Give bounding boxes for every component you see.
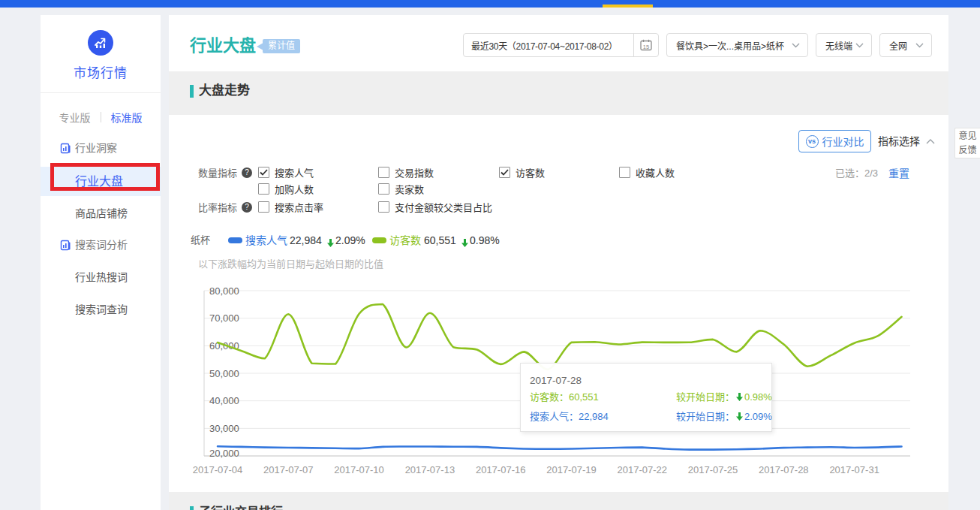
- checkbox-box[interactable]: [258, 167, 269, 178]
- svg-text:2017-07-07: 2017-07-07: [263, 464, 314, 475]
- sidebar-item-label: 商品店铺榜: [75, 199, 128, 228]
- checkbox-box[interactable]: [258, 201, 269, 213]
- checkbox-search-click-rate[interactable]: 搜索点击率: [258, 199, 323, 215]
- section-accent-bar: [190, 85, 194, 98]
- svg-text:20,000: 20,000: [209, 448, 239, 459]
- question-icon[interactable]: ?: [242, 202, 252, 213]
- legend-category: 纸杯: [191, 233, 210, 248]
- checkbox-favorite-count[interactable]: 收藏人数: [619, 164, 675, 180]
- calendar-icon[interactable]: 15: [634, 38, 658, 52]
- sidebar: 市场行情 专业版 标准版 行业洞察 行业大盘 商品店铺榜 搜索词分析 行业热: [41, 15, 161, 510]
- svg-text:2017-07-19: 2017-07-19: [546, 464, 597, 475]
- section-band-subindustry: 子行业交易排行: [169, 492, 948, 510]
- checkbox-payment-ratio[interactable]: 支付金额较父类目占比: [378, 199, 492, 215]
- sidebar-item-label: 搜索词分析: [75, 231, 128, 260]
- category-value: 餐饮具>一次...桌用品>纸杯: [676, 39, 784, 52]
- sidebar-item-industry-hot-search[interactable]: 行业热搜词: [41, 263, 161, 292]
- checkbox-seller-count[interactable]: 卖家数: [378, 181, 424, 197]
- sidebar-divider: [41, 92, 161, 93]
- legend-pill-search-popularity[interactable]: [228, 237, 242, 243]
- checkbox-box[interactable]: [378, 183, 389, 195]
- industry-compare-button[interactable]: vs 行业对比: [798, 130, 871, 152]
- checkbox-box[interactable]: [258, 183, 269, 195]
- version-switch: 专业版 标准版: [41, 110, 161, 125]
- svg-text:2017-07-22: 2017-07-22: [618, 464, 668, 475]
- svg-text:2017-07-31: 2017-07-31: [829, 464, 879, 475]
- trend-panel: vs 行业对比 指标选择 数量指标 ? 比率指标 ? 搜索人气 交易指数 访客数: [169, 115, 948, 492]
- tooltip-compare-label: 较开始日期：: [676, 391, 735, 403]
- legend-pill-visitor-count[interactable]: [372, 237, 386, 243]
- section-accent-bar: [190, 506, 194, 510]
- checkbox-box[interactable]: [619, 167, 630, 178]
- sidebar-item-product-shop-rank[interactable]: 商品店铺榜: [41, 199, 161, 228]
- legend-series-name[interactable]: 访客数: [389, 233, 421, 248]
- checkbox-label: 支付金额较父类目占比: [395, 200, 492, 214]
- svg-text:2017-07-16: 2017-07-16: [476, 464, 526, 475]
- chart-note: 以下涨跌幅均为当前日期与起始日期的比值: [198, 257, 383, 272]
- tooltip-change: 0.98%: [744, 391, 772, 403]
- sidebar-item-label: 行业热搜词: [75, 263, 128, 292]
- chart-tooltip: 2017-07-28 访客数：60,551 较开始日期：0.98% 搜索人气：2…: [520, 363, 772, 432]
- svg-text:2017-07-28: 2017-07-28: [759, 464, 809, 475]
- sidebar-item-label: 行业洞察: [75, 134, 117, 163]
- report-icon: [60, 143, 71, 154]
- down-arrow-icon: [736, 409, 743, 424]
- tooltip-label: 搜索人气：: [530, 411, 579, 422]
- feedback-line1: 意见: [958, 129, 976, 143]
- checkbox-box[interactable]: [378, 201, 389, 213]
- chart-logo-icon: [88, 30, 113, 56]
- category-selector[interactable]: 餐饮具>一次...桌用品>纸杯: [666, 33, 808, 57]
- legend-series-value: 60,551: [424, 233, 456, 248]
- svg-text:2017-07-25: 2017-07-25: [688, 464, 738, 475]
- version-pro-tab[interactable]: 专业版: [59, 110, 91, 125]
- chevron-down-icon: [915, 40, 924, 50]
- svg-text:40,000: 40,000: [209, 395, 239, 406]
- svg-text:2017-07-10: 2017-07-10: [334, 464, 384, 475]
- feedback-tab[interactable]: 意见 反馈: [954, 128, 980, 158]
- tooltip-change: 2.09%: [744, 411, 772, 422]
- metric-select-toggle[interactable]: 指标选择: [878, 134, 935, 149]
- market-quotes-page: 市场行情 专业版 标准版 行业洞察 行业大盘 商品店铺榜 搜索词分析 行业热: [0, 0, 980, 510]
- svg-text:2017-07-13: 2017-07-13: [405, 464, 455, 475]
- checkbox-label: 收藏人数: [636, 165, 675, 180]
- chevron-up-icon: [926, 139, 935, 144]
- down-arrow-icon: [327, 237, 334, 250]
- svg-text:80,000: 80,000: [209, 285, 239, 297]
- legend-series-change: 2.09%: [335, 233, 365, 248]
- date-range-picker[interactable]: 最近30天（2017-07-04~2017-08-02） 15: [463, 33, 659, 57]
- compare-button-label: 行业对比: [822, 134, 864, 149]
- checkbox-search-popularity[interactable]: 搜索人气: [258, 164, 314, 180]
- svg-text:30,000: 30,000: [209, 423, 239, 434]
- checkbox-visitor-count[interactable]: 访客数: [499, 164, 545, 180]
- sidebar-item-label: 搜索词查询: [75, 295, 128, 324]
- section-band-trend: 大盘走势: [169, 71, 948, 115]
- sidebar-item-search-word-analysis[interactable]: 搜索词分析: [41, 231, 161, 260]
- page-header: 行业大盘 累计值 最近30天（2017-07-04~2017-08-02） 15…: [169, 15, 948, 71]
- question-icon[interactable]: ?: [242, 167, 252, 178]
- vs-icon: vs: [806, 135, 819, 148]
- ratio-metric-row: 比率指标 ?: [198, 199, 252, 215]
- selection-status: 已选：2/3 重置: [835, 164, 909, 180]
- date-range-value: 最近30天（2017-07-04~2017-08-02）: [464, 39, 633, 52]
- checkbox-box[interactable]: [499, 167, 510, 178]
- top-nav-active-tab-underline: [603, 5, 653, 8]
- tooltip-row-visitor: 访客数：60,551: [530, 390, 599, 405]
- checkbox-trade-index[interactable]: 交易指数: [378, 164, 434, 180]
- tooltip-compare-visitor: 较开始日期：0.98%: [676, 390, 772, 405]
- legend-series-name[interactable]: 搜索人气: [245, 233, 287, 248]
- quantity-metric-row-1: 数量指标 ?: [198, 164, 252, 180]
- checkbox-cart-add-count[interactable]: 加购人数: [258, 181, 314, 197]
- metric-select-label: 指标选择: [878, 134, 920, 149]
- tooltip-label: 访客数：: [530, 391, 569, 403]
- legend-series-value: 22,984: [290, 233, 322, 248]
- sidebar-item-industry-insight[interactable]: 行业洞察: [41, 134, 161, 163]
- reset-link[interactable]: 重置: [888, 165, 909, 180]
- checkbox-box[interactable]: [378, 167, 389, 178]
- sidebar-item-search-word-query[interactable]: 搜索词查询: [41, 295, 161, 324]
- tooltip-value: 22,984: [579, 411, 609, 422]
- scope-selector[interactable]: 全网: [879, 33, 932, 57]
- cumulative-value-tag: 累计值: [263, 39, 300, 53]
- terminal-selector[interactable]: 无线端: [816, 33, 872, 57]
- version-standard-tab[interactable]: 标准版: [111, 110, 143, 125]
- checkbox-label: 访客数: [516, 165, 545, 180]
